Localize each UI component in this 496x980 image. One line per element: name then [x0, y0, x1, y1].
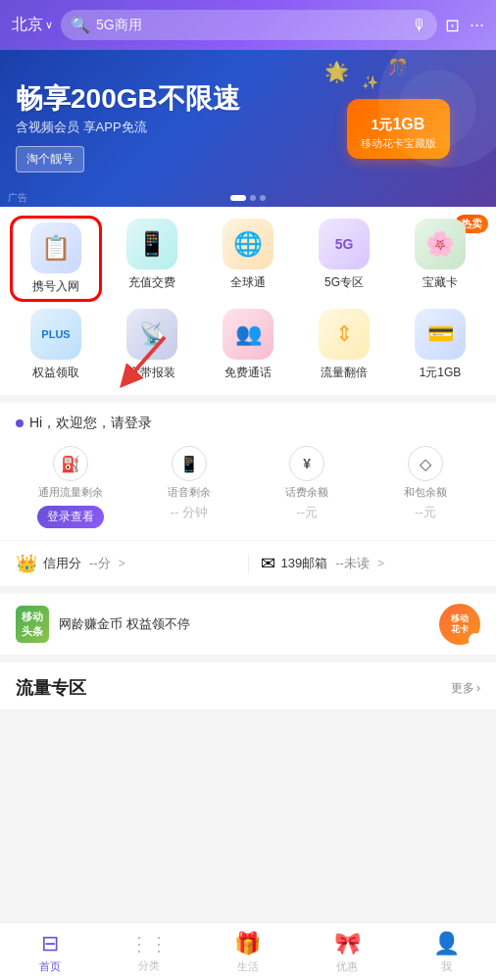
email-label: 139邮箱 — [281, 555, 328, 572]
icon-global[interactable]: 🌐 全球通 — [205, 219, 291, 299]
stat-value-he-balance: --元 — [415, 504, 436, 521]
stat-label-balance: 话费余额 — [285, 485, 328, 500]
flow-section-header: 流量专区 更多 › — [0, 662, 496, 710]
icon-circle-global: 🌐 — [223, 219, 273, 270]
login-btn[interactable]: 登录查看 — [37, 506, 104, 528]
stat-label-he-balance: 和包余额 — [404, 485, 447, 500]
icon-label-treasure: 宝藏卡 — [422, 274, 458, 291]
icon-circle-free-call: 👥 — [223, 309, 273, 360]
stat-balance[interactable]: ¥ 话费余额 --元 — [252, 446, 363, 528]
stats-grid: ⛽ 通用流量剩余 登录查看 📱 语音剩余 -- 分钟 ¥ 话费余额 --元 ◇ … — [16, 446, 480, 528]
credit-cell[interactable]: 👑 信用分 --分 > — [16, 553, 236, 574]
icon-circle-one-yuan: 💳 — [415, 309, 466, 360]
mic-icon[interactable]: 🎙 — [412, 17, 427, 34]
dot-3 — [260, 195, 266, 201]
credit-arrow: > — [119, 557, 125, 570]
stat-label-voice: 语音剩余 — [168, 485, 211, 500]
nav-home[interactable]: ⊟ 首页 — [21, 931, 79, 974]
user-section: Hi，欢迎您，请登录 ⛽ 通用流量剩余 登录查看 📱 语音剩余 -- 分钟 ¥ … — [0, 403, 496, 540]
dot-1 — [230, 195, 246, 201]
banner-left: 畅享200GB不限速 含视频会员 享APP免流 淘个靓号 — [0, 69, 496, 188]
nav-category[interactable]: ⋮⋮ 分类 — [120, 932, 178, 973]
more-label: 更多 — [451, 680, 474, 697]
icon-circle-benefits: PLUS — [30, 309, 81, 360]
stat-value-voice: -- 分钟 — [171, 504, 208, 521]
icon-flow-double[interactable]: ⇕ 流量翻倍 — [301, 309, 387, 381]
icons-section: 热卖 📋 携号入网 📱 充值交费 🌐 全球通 5G 5G专区 — [0, 207, 496, 395]
ad-label: 广告 — [8, 191, 27, 205]
nav-life[interactable]: 🎁 生活 — [219, 931, 277, 974]
chevron-down-icon: ∨ — [45, 19, 53, 31]
crown-icon: 👑 — [16, 553, 37, 574]
icon-free-call[interactable]: 👥 免费通话 — [205, 309, 291, 381]
search-bar[interactable]: 🔍 5G商用 🎙 — [61, 10, 437, 40]
user-dot-icon — [16, 419, 24, 427]
nav-profile[interactable]: 👤 我 — [417, 931, 475, 974]
deals-icon: 🎀 — [334, 931, 361, 956]
icon-label-port-in: 携号入网 — [32, 278, 79, 295]
news-text: 网龄赚金币 权益领不停 — [59, 615, 429, 633]
stat-he-balance[interactable]: ◇ 和包余额 --元 — [371, 446, 481, 528]
email-value: --未读 — [335, 555, 370, 572]
email-cell[interactable]: ✉ 139邮箱 --未读 > — [261, 553, 481, 574]
icon-circle-flow-double: ⇕ — [319, 309, 370, 360]
more-button[interactable]: 更多 › — [451, 680, 480, 697]
icon-recharge[interactable]: 📱 充值交费 — [109, 219, 195, 299]
icon-label-flow-double: 流量翻倍 — [321, 365, 368, 381]
category-label: 分类 — [138, 958, 160, 973]
bottom-nav: ⊟ 首页 ⋮⋮ 分类 🎁 生活 🎀 优惠 👤 我 — [0, 922, 496, 980]
icon-circle-treasure: 🌸 — [415, 219, 466, 270]
stat-data-flow[interactable]: ⛽ 通用流量剩余 登录查看 — [16, 446, 126, 528]
icon-circle-recharge: 📱 — [126, 219, 177, 270]
chevron-right-icon: › — [476, 681, 480, 695]
deals-label: 优惠 — [336, 959, 358, 974]
nav-deals[interactable]: 🎀 优惠 — [318, 931, 376, 974]
home-label: 首页 — [39, 959, 61, 974]
info-row: 👑 信用分 --分 > ✉ 139邮箱 --未读 > — [0, 541, 496, 586]
icon-label-benefits: 权益领取 — [32, 365, 79, 381]
icon-5g[interactable]: 5G 5G专区 — [301, 219, 387, 299]
icon-label-free-call: 免费通话 — [224, 365, 272, 381]
life-icon: 🎁 — [234, 931, 261, 956]
category-icon: ⋮⋮ — [129, 932, 169, 956]
stat-label-data-flow: 通用流量剩余 — [38, 485, 103, 500]
icon-circle-port-in: 📋 — [30, 222, 81, 273]
icon-one-yuan[interactable]: 💳 1元1GB — [397, 309, 483, 381]
icon-label-5g: 5G专区 — [324, 274, 364, 291]
icon-circle-5g: 5G — [319, 219, 370, 270]
banner-subtitle: 含视频会员 享APP免流 — [16, 119, 480, 136]
scan-icon[interactable]: ⊡ — [445, 15, 460, 36]
news-banner[interactable]: 移动 头条 网龄赚金币 权益领不停 移动花卡 × — [0, 594, 496, 655]
news-avatar[interactable]: 移动花卡 × — [439, 604, 480, 645]
news-avatar-badge: × — [469, 633, 482, 647]
stat-voice[interactable]: 📱 语音剩余 -- 分钟 — [134, 446, 245, 528]
icon-label-recharge: 充值交费 — [128, 274, 175, 291]
more-icon[interactable]: ··· — [470, 15, 484, 35]
icon-port-in[interactable]: 📋 携号入网 — [13, 219, 99, 299]
city-name: 北京 — [12, 15, 43, 35]
email-arrow: > — [377, 557, 384, 570]
icons-row-1: 📋 携号入网 📱 充值交费 🌐 全球通 5G 5G专区 🌸 宝 — [0, 219, 496, 309]
stat-icon-data-flow: ⛽ — [53, 446, 88, 481]
city-selector[interactable]: 北京 ∨ — [12, 15, 53, 35]
icon-broadband[interactable]: 📡 宽带报装 — [109, 309, 195, 381]
life-label: 生活 — [237, 959, 259, 974]
info-divider — [248, 554, 249, 573]
nav-icons: ⊡ ··· — [445, 15, 484, 36]
icon-benefits[interactable]: PLUS 权益领取 — [13, 309, 99, 381]
credit-label: 信用分 — [43, 555, 81, 572]
icon-label-global: 全球通 — [230, 274, 266, 291]
profile-icon: 👤 — [433, 931, 460, 956]
stat-icon-balance: ¥ — [289, 446, 324, 481]
credit-value: --分 — [89, 555, 111, 572]
stat-value-balance: --元 — [296, 504, 318, 521]
banner-dots — [230, 195, 266, 201]
icon-circle-broadband: 📡 — [126, 309, 177, 360]
banner-button[interactable]: 淘个靓号 — [16, 146, 84, 172]
icon-label-broadband: 宽带报装 — [128, 365, 175, 381]
news-logo: 移动 头条 — [16, 606, 49, 643]
icon-label-one-yuan: 1元1GB — [420, 365, 462, 381]
banner[interactable]: 畅享200GB不限速 含视频会员 享APP免流 淘个靓号 1元1GB 移动花卡宝… — [0, 50, 496, 207]
search-text: 5G商用 — [96, 17, 142, 34]
icons-row-2: PLUS 权益领取 📡 宽带报装 👥 免费通话 ⇕ 流量翻倍 💳 — [0, 309, 496, 391]
